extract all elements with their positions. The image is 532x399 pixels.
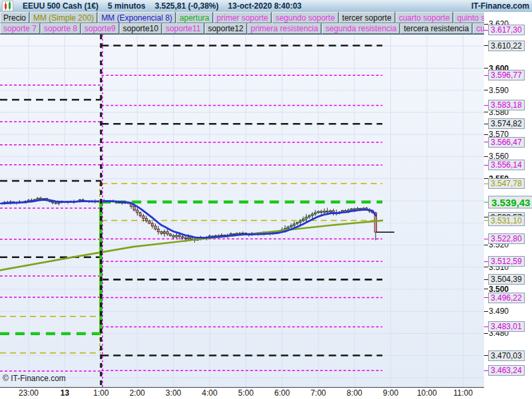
price-label-level: 3.617,30 xyxy=(484,25,525,35)
price-label-level: 3.596,77 xyxy=(484,70,525,80)
legend-item-precio[interactable]: Precio xyxy=(0,12,29,23)
legend-item-primer-soporte[interactable]: primer soporte xyxy=(213,12,271,23)
legend-row-2: soporte 7soporte 8soporte9soporte10sopor… xyxy=(0,23,484,35)
legend-item-soporte11[interactable]: soporte11 xyxy=(162,23,203,34)
time-label-13: 13 xyxy=(61,388,69,398)
price-label-level: 3.504,39 xyxy=(484,274,525,285)
legend-item-soporte-7[interactable]: soporte 7 xyxy=(0,23,40,34)
price-tick-label: 3.490 xyxy=(484,307,509,316)
legend-row-1: PrecioMM (Simple 200)MM (Exponencial 8)a… xyxy=(0,12,484,23)
timeframe-label: 5 minutos xyxy=(108,1,146,11)
price-label-level: 3.566,47 xyxy=(484,137,525,148)
legend-item-apertura[interactable]: apertura xyxy=(176,12,213,23)
time-label-2-00: 2:00 xyxy=(130,388,145,398)
price-label-level: 3.610,22 xyxy=(484,41,525,51)
price-label-level: 3.496,22 xyxy=(484,293,525,303)
legend-item-cuarto-soporte[interactable]: cuarto soporte xyxy=(396,12,454,23)
legend-item-soporte9[interactable]: soporte9 xyxy=(81,23,119,34)
price-label-level: 3.583,18 xyxy=(484,100,525,110)
datetime-label: 13-oct-2020 8:40:03 xyxy=(228,1,302,11)
price-label-level: 3.556,14 xyxy=(484,160,525,170)
time-label-11-00: 11:00 xyxy=(454,388,473,398)
price-tick-label: 3.590 xyxy=(484,86,509,95)
legend-item-segundo-soporte[interactable]: segundo soporte xyxy=(272,12,338,23)
time-label-7-00: 7:00 xyxy=(311,388,326,398)
chart-plot-area[interactable]: © IT-Finance.com xyxy=(0,35,485,388)
price-label-apertura: 3.539,43 xyxy=(484,196,532,208)
price-label-level: 3.531,10 xyxy=(484,215,525,226)
title-bar: EEUU 500 Cash (1€) 5 minutos 3.525,81 (-… xyxy=(0,0,532,13)
time-label-3-00: 3:00 xyxy=(166,388,181,398)
price-label-level: 3.463,24 xyxy=(484,365,525,376)
time-label-1-00: 1:00 xyxy=(93,388,108,398)
brand-label: IT-Finance.com xyxy=(471,1,529,11)
price-axis: 3.6203.6003.5903.5803.5703.5603.5503.520… xyxy=(484,12,532,399)
price-label-level: 3.512,59 xyxy=(484,256,525,267)
time-axis: 23:00131:002:003:004:005:006:007:008:009… xyxy=(0,388,484,399)
legend-item-mm-exponencial-8-[interactable]: MM (Exponencial 8) xyxy=(98,12,176,23)
time-label-10-00: 10:00 xyxy=(417,388,437,398)
legend-item-quinto-soporte[interactable]: quinto soporte xyxy=(454,12,484,23)
price-label-level: 3.547,78 xyxy=(484,178,525,189)
time-label-9-00: 9:00 xyxy=(383,388,398,398)
price-label-level: 3.470,03 xyxy=(484,350,525,361)
price-label-level: 3.522,80 xyxy=(484,233,525,244)
legend-item-cuarta-resistencia[interactable]: cuarta resistencia xyxy=(473,23,484,34)
price-label-level: 3.574,82 xyxy=(484,118,525,129)
time-label-23-00: 23:00 xyxy=(19,388,39,398)
legend-item-soporte12[interactable]: soporte12 xyxy=(205,23,247,34)
legend-item-soporte-8[interactable]: soporte 8 xyxy=(41,23,80,34)
last-price-change: 3.525,81 (-0,38%) xyxy=(155,1,219,11)
candlestick-icon xyxy=(2,1,13,11)
time-label-8-00: 8:00 xyxy=(346,388,362,398)
time-label-6-00: 6:00 xyxy=(274,388,289,398)
legend-item-soporte10[interactable]: soporte10 xyxy=(120,23,162,34)
price-label-level: 3.483,01 xyxy=(484,321,525,332)
legend-item-segunda-resistencia[interactable]: segunda resistencia xyxy=(322,23,400,34)
legend-item-mm-simple-200-[interactable]: MM (Simple 200) xyxy=(30,12,97,23)
legend-item-tercer-soporte[interactable]: tercer soporte xyxy=(339,12,395,23)
time-label-5-00: 5:00 xyxy=(238,388,253,398)
time-label-4-00: 4:00 xyxy=(202,388,217,398)
legend-item-primera-resistencia[interactable]: primera resistencia xyxy=(247,23,321,34)
watermark: © IT-Finance.com xyxy=(3,374,66,383)
legend-item-tercera-resistencia[interactable]: tercera resistencia xyxy=(400,23,472,34)
symbol-title: EEUU 500 Cash (1€) xyxy=(23,1,98,11)
chart-window: EEUU 500 Cash (1€) 5 minutos 3.525,81 (-… xyxy=(0,0,532,399)
chart-canvas[interactable] xyxy=(0,35,484,387)
